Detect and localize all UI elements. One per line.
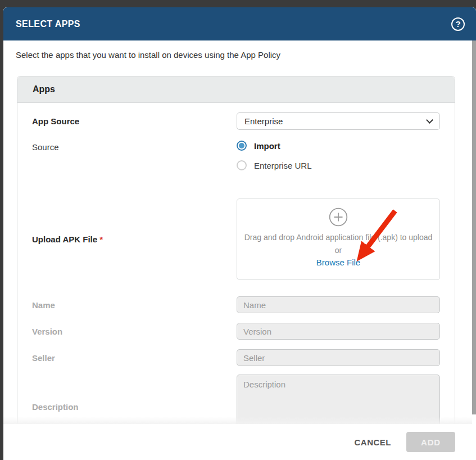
upload-apk-row: Upload APK File * Drag and drop Android … (32, 199, 440, 280)
version-row: Version (32, 323, 440, 340)
seller-label: Seller (32, 349, 237, 366)
apps-section-card: Apps App Source Enterprise Source (17, 76, 455, 424)
bottom-fade (3, 417, 472, 424)
seller-row: Seller (32, 349, 440, 366)
version-input (237, 323, 440, 340)
cancel-button[interactable]: CANCEL (355, 438, 392, 447)
dialog-body: Select the apps that you want to install… (3, 40, 476, 424)
radio-import[interactable]: Import (237, 141, 440, 151)
plus-circle-icon (329, 208, 348, 227)
name-input (237, 296, 440, 313)
apps-section-body: App Source Enterprise Source (17, 103, 455, 424)
intro-text: Select the apps that you want to install… (3, 40, 476, 60)
name-row: Name (32, 296, 440, 313)
app-source-selected-value: Enterprise (244, 116, 283, 126)
browse-file-link[interactable]: Browse File (316, 258, 360, 267)
radio-unselected-icon (237, 160, 247, 170)
version-label: Version (32, 323, 237, 340)
dropzone-or-text: or (335, 246, 342, 255)
vertical-scrollbar[interactable] (472, 40, 476, 414)
upload-apk-label-text: Upload APK File (32, 234, 97, 244)
app-source-select[interactable]: Enterprise (237, 112, 440, 130)
description-label: Description (32, 402, 237, 412)
dialog-header: SELECT APPS ? (3, 7, 476, 40)
dropzone-hint-text: Drag and drop Android application file (… (244, 233, 433, 242)
apps-section-header: Apps (17, 76, 455, 103)
radio-import-label: Import (254, 141, 280, 151)
dialog-footer: CANCEL ADD (3, 424, 476, 460)
upload-apk-label: Upload APK File * (32, 234, 237, 244)
add-button[interactable]: ADD (406, 432, 455, 452)
source-radio-group: Import Enterprise URL (237, 141, 440, 170)
apk-dropzone[interactable]: Drag and drop Android application file (… (237, 199, 440, 280)
seller-input (237, 349, 440, 366)
name-label: Name (32, 296, 237, 313)
source-row: Source Import Enterprise URL (32, 141, 440, 170)
help-icon[interactable]: ? (451, 17, 465, 31)
source-label: Source (32, 141, 237, 170)
radio-selected-icon (237, 141, 247, 151)
chevron-down-icon (426, 116, 433, 124)
select-apps-dialog: SELECT APPS ? Select the apps that you w… (3, 7, 476, 460)
app-source-row: App Source Enterprise (32, 112, 440, 130)
app-source-label: App Source (32, 112, 237, 130)
dialog-title: SELECT APPS (16, 19, 80, 29)
required-asterisk: * (99, 234, 103, 244)
radio-enterprise-url[interactable]: Enterprise URL (237, 160, 440, 170)
radio-enterprise-url-label: Enterprise URL (254, 161, 312, 170)
